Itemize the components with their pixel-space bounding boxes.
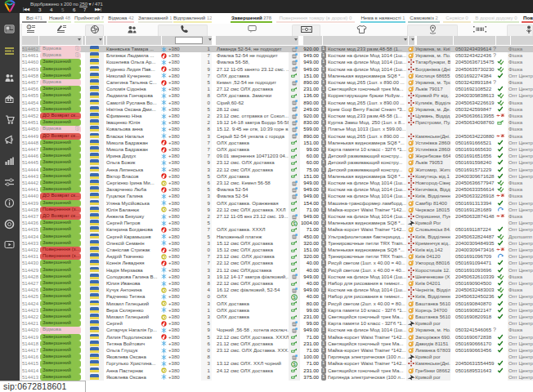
svg-text:$: $ bbox=[293, 362, 296, 367]
svg-text:D: D bbox=[28, 24, 31, 29]
svg-text:$: $ bbox=[293, 295, 296, 300]
svg-text:$: $ bbox=[293, 221, 296, 226]
